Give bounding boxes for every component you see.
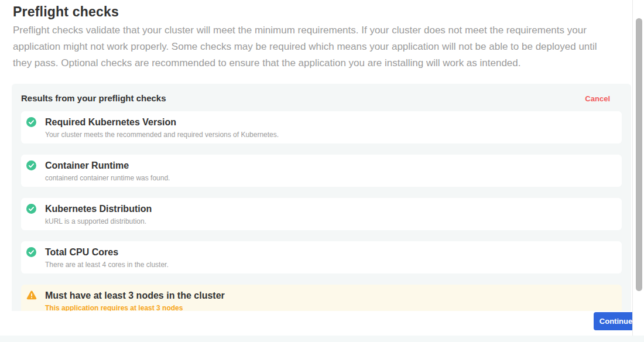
check-message: kURL is a supported distribution. [45,218,615,225]
success-icon [26,117,36,127]
continue-button[interactable]: Continue [594,312,638,330]
cancel-link[interactable]: Cancel [585,94,610,103]
check-message: containerd container runtime was found. [45,175,615,182]
preflight-check-item: Container Runtime containerd container r… [21,155,622,187]
next-section-strip [0,336,644,342]
scrollbar-track[interactable] [632,0,644,336]
preflight-check-item: Required Kubernetes Version Your cluster… [21,111,622,143]
panel-title: Results from your preflight checks [21,93,166,103]
success-icon [26,247,36,257]
preflight-check-item: Total CPU Cores There are at least 4 cor… [21,241,622,273]
page-description-line: they pass. Optional checks are recommend… [13,55,597,71]
page-title: Preflight checks [13,4,119,20]
page-description-line: Preflight checks validate that your clus… [13,22,597,39]
check-title: Kubernetes Distribution [45,204,615,214]
check-message: This application requires at least 3 nod… [45,305,615,311]
check-list: Required Kubernetes Version Your cluster… [21,111,622,311]
check-title: Container Runtime [45,160,615,171]
page-description: Preflight checks validate that your clus… [13,22,597,71]
check-message: There are at least 4 cores in the cluste… [45,261,615,269]
success-icon [26,204,36,214]
footer-bar: Continue [0,311,644,336]
panel-header-row: Results from your preflight checks Cance… [12,84,631,103]
warning-icon [26,290,36,300]
check-title: Must have at least 3 nodes in the cluste… [45,290,615,301]
scrollbar-thumb[interactable] [636,18,642,291]
check-message: Your cluster meets the recommended and r… [45,131,615,139]
success-icon [26,160,36,170]
check-title: Total CPU Cores [45,247,615,258]
check-title: Required Kubernetes Version [45,117,615,128]
preflight-check-item: Kubernetes Distribution kURL is a suppor… [21,198,622,230]
preflight-check-item: Must have at least 3 nodes in the cluste… [21,285,622,311]
preflight-results-panel: Results from your preflight checks Cance… [12,84,631,311]
page-description-line: application might not work properly. Som… [13,39,597,55]
